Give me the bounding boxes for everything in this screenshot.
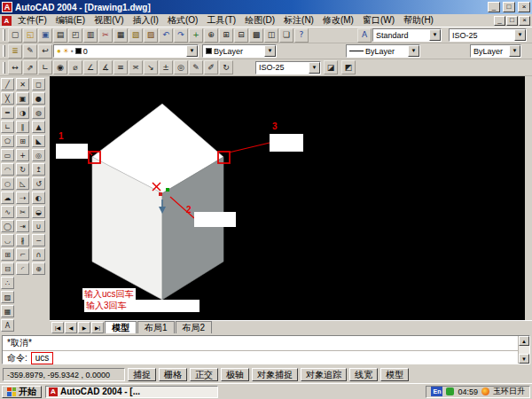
move-icon[interactable]: + <box>16 149 29 161</box>
status-toggle-button[interactable]: 模型 <box>380 368 409 381</box>
dim-edit-icon[interactable]: ✎ <box>189 60 203 74</box>
close-button[interactable]: × <box>518 2 530 12</box>
menu-item[interactable]: 帮助(H) <box>399 14 438 27</box>
help-icon[interactable]: ? <box>294 28 309 43</box>
status-toggle-button[interactable]: 对象捕捉 <box>252 368 298 381</box>
menu-item[interactable]: 文件(F) <box>13 14 51 27</box>
plot-icon[interactable]: ▤ <box>53 28 67 43</box>
offset-icon[interactable]: ∥ <box>16 121 29 133</box>
menu-item[interactable]: 视图(V) <box>90 14 128 27</box>
minimize-button[interactable]: _ <box>488 2 500 12</box>
chevron-down-icon[interactable]: ▼ <box>264 45 276 57</box>
dim-update-icon[interactable]: ↻ <box>219 60 233 74</box>
status-toggle-button[interactable]: 正交 <box>190 368 218 381</box>
tab-model[interactable]: 模型 <box>105 321 137 333</box>
menu-item[interactable]: 修改(M) <box>318 14 358 27</box>
undo-icon[interactable]: ↶ <box>159 28 173 43</box>
line-icon[interactable]: ╱ <box>1 78 14 90</box>
paste-icon[interactable]: ▧ <box>129 28 143 43</box>
plot-preview-icon[interactable]: ◰ <box>68 28 82 43</box>
tab-scroll-button[interactable]: |◀ <box>51 322 64 333</box>
sphere-icon[interactable]: ● <box>32 92 45 105</box>
taskbar-task-autocad[interactable]: A AutoCAD 2004 - [... <box>45 386 218 398</box>
ellipse-arc-icon[interactable]: ◡ <box>1 234 14 246</box>
tool-palettes-icon[interactable]: ❏ <box>279 28 293 43</box>
chevron-down-icon[interactable]: ▼ <box>514 29 526 41</box>
chevron-down-icon[interactable]: ▼ <box>186 45 198 57</box>
menu-item[interactable]: 绘图(D) <box>240 14 279 27</box>
mtext-icon[interactable]: A <box>1 319 14 332</box>
baseline-dim-icon[interactable]: ≡ <box>113 60 128 74</box>
tolerance-icon[interactable]: ± <box>159 60 173 74</box>
text-style-combo[interactable]: Standard ▼ <box>372 28 442 42</box>
properties-icon[interactable]: ▩ <box>249 28 263 43</box>
erase-icon[interactable]: ✕ <box>16 78 29 90</box>
tab-layout1[interactable]: 布局1 <box>137 321 175 333</box>
toolbar-grip[interactable] <box>3 45 5 57</box>
designcenter-icon[interactable]: ◫ <box>264 28 278 43</box>
tab-scroll-button[interactable]: ▶| <box>91 322 104 333</box>
dim-style-combo[interactable]: ISO-25 ▼ <box>255 61 321 74</box>
union-icon[interactable]: ∪ <box>32 220 45 232</box>
zoom-previous-icon[interactable]: ⊟ <box>234 28 248 43</box>
box-icon[interactable]: ◻ <box>32 78 45 90</box>
spline-icon[interactable]: ∿ <box>1 206 14 218</box>
linetype-combo[interactable]: ByLayer ▼ <box>346 44 420 58</box>
status-toggle-button[interactable]: 线宽 <box>349 368 378 381</box>
doc-restore-button[interactable]: □ <box>506 16 518 26</box>
lineweight-combo[interactable]: ByLayer ▼ <box>470 44 521 58</box>
subtract-icon[interactable]: − <box>32 234 45 246</box>
angular-dim-icon[interactable]: ∠ <box>83 60 98 74</box>
break-icon[interactable]: ∦ <box>16 234 29 246</box>
extrude-icon[interactable]: ↥ <box>32 163 45 176</box>
ellipse-icon[interactable]: ◯ <box>1 220 14 232</box>
scale-icon[interactable]: ◺ <box>16 177 29 190</box>
toolbar-grip[interactable] <box>3 62 5 74</box>
scroll-down-icon[interactable]: ▼ <box>519 354 529 364</box>
revision-cloud-icon[interactable]: ☁ <box>1 192 14 204</box>
multiline-icon[interactable]: ═ <box>1 106 14 119</box>
arc-icon[interactable]: ◠ <box>1 163 14 176</box>
copy-object-icon[interactable]: ▣ <box>16 92 29 105</box>
rotate-icon[interactable]: ↻ <box>16 163 29 176</box>
diameter-dim-icon[interactable]: ⌀ <box>68 60 82 74</box>
continue-dim-icon[interactable]: ≍ <box>129 60 143 74</box>
quick-leader-icon[interactable]: ↘ <box>144 60 158 74</box>
save-icon[interactable]: ▣ <box>38 28 52 43</box>
pan-icon[interactable]: + <box>189 28 203 43</box>
trim-icon[interactable]: ✂ <box>16 206 29 218</box>
cut-icon[interactable]: ✂ <box>98 28 113 43</box>
publish-icon[interactable]: ▥ <box>83 28 98 43</box>
zoom-realtime-icon[interactable]: ⊕ <box>204 28 218 43</box>
radius-dim-icon[interactable]: ◉ <box>53 60 67 74</box>
wedge-icon[interactable]: ◣ <box>32 135 45 147</box>
slice-icon[interactable]: ◐ <box>32 192 45 204</box>
polygon-icon[interactable]: ⬠ <box>1 135 14 147</box>
region-icon[interactable]: ▦ <box>1 305 14 317</box>
layer-manager-icon[interactable]: ≣ <box>8 44 22 59</box>
section-icon[interactable]: ◒ <box>32 206 45 218</box>
language-indicator[interactable]: En <box>431 387 442 396</box>
insert-block-icon[interactable]: ⊞ <box>1 248 14 261</box>
start-button[interactable]: 开始 <box>2 386 42 398</box>
copy-icon[interactable]: ▦ <box>113 28 128 43</box>
tab-layout2[interactable]: 布局2 <box>176 321 213 333</box>
doc-close-button[interactable]: × <box>519 16 530 26</box>
tab-scroll-button[interactable]: ▶ <box>78 322 90 333</box>
linear-dim-icon[interactable]: ↔ <box>8 60 22 74</box>
command-scrollbar[interactable]: ▲ ▼ <box>518 336 529 364</box>
extend-icon[interactable]: ⇥ <box>16 220 29 232</box>
menu-item[interactable]: 工具(T) <box>202 14 240 27</box>
construction-line-icon[interactable]: ╳ <box>1 92 14 105</box>
open-file-icon[interactable]: ◱ <box>23 28 37 43</box>
chevron-down-icon[interactable]: ▼ <box>509 45 520 57</box>
center-mark-icon[interactable]: ◎ <box>174 60 188 74</box>
circle-icon[interactable]: ○ <box>1 177 14 190</box>
make-layer-current-icon[interactable]: ✎ <box>23 44 37 59</box>
menu-item[interactable]: 窗口(W) <box>358 14 399 27</box>
make-block-icon[interactable]: ⊟ <box>1 262 14 275</box>
hatch-icon[interactable]: ▨ <box>1 291 14 303</box>
layer-combo[interactable]: ● ☀ ▪ 0 ▼ <box>53 44 199 58</box>
dim-style-combo-top[interactable]: ISO-25 ▼ <box>449 28 527 42</box>
menu-item[interactable]: 标注(N) <box>279 14 318 27</box>
